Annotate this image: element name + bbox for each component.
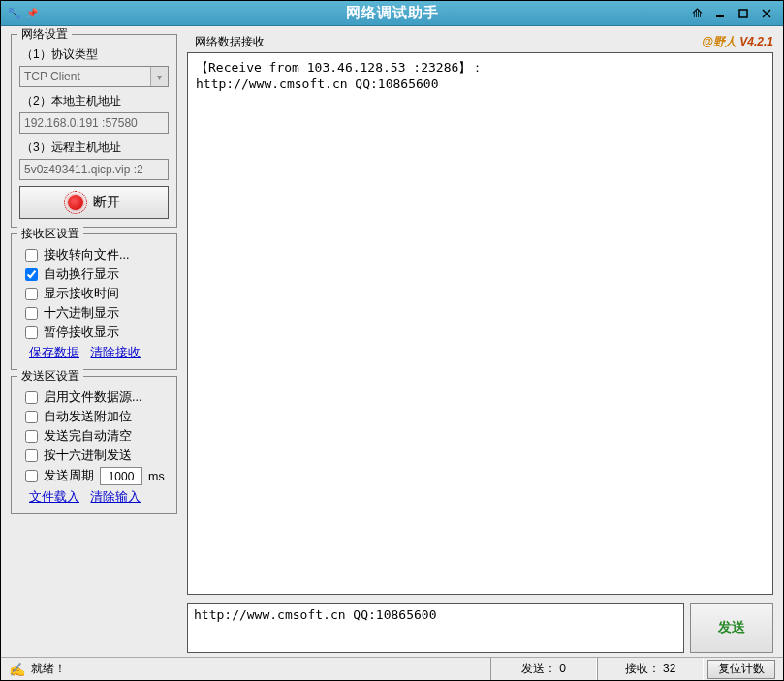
recv-label: 接收： <box>625 662 660 675</box>
recv-to-file-label: 接收转向文件... <box>44 247 129 263</box>
recv-textarea[interactable]: 【Receive from 103.46.128.53 :23286】： htt… <box>187 52 773 595</box>
chevron-down-icon: ▾ <box>150 67 168 86</box>
send-period-row[interactable]: 发送周期 ms <box>25 467 169 485</box>
hex-send-checkbox[interactable] <box>25 449 38 462</box>
auto-append-label: 自动发送附加位 <box>44 409 132 425</box>
pause-recv-checkbox[interactable] <box>25 326 38 339</box>
hex-send-row[interactable]: 按十六进制发送 <box>25 448 169 464</box>
protocol-select[interactable] <box>19 66 169 87</box>
recv-value: 32 <box>663 662 675 675</box>
disconnect-icon <box>68 195 83 210</box>
recv-links: 保存数据 清除接收 <box>29 345 169 361</box>
sidebar: 网络设置 （1）协议类型 ▾ （2）本地主机地址 （3）远程主机地址 断开 <box>11 34 177 653</box>
show-time-label: 显示接收时间 <box>44 286 119 302</box>
app-icon <box>7 6 22 21</box>
auto-wrap-row[interactable]: 自动换行显示 <box>25 266 169 283</box>
send-button[interactable]: 发送 <box>690 603 773 653</box>
svg-rect-1 <box>16 15 20 19</box>
file-source-label: 启用文件数据源... <box>44 389 141 406</box>
auto-clear-checkbox[interactable] <box>25 430 38 443</box>
hex-display-row[interactable]: 十六进制显示 <box>25 305 169 322</box>
send-period-checkbox[interactable] <box>25 470 38 482</box>
status-icon: ✍ <box>9 662 25 677</box>
auto-clear-row[interactable]: 发送完自动清空 <box>25 428 169 445</box>
status-sent: 发送： 0 <box>490 658 597 680</box>
send-settings-title: 发送区设置 <box>17 368 83 385</box>
auto-clear-label: 发送完自动清空 <box>44 428 132 445</box>
send-period-input[interactable] <box>100 467 142 485</box>
sent-label: 发送： <box>521 662 556 675</box>
network-settings-group: 网络设置 （1）协议类型 ▾ （2）本地主机地址 （3）远程主机地址 断开 <box>11 34 177 228</box>
recv-area-title: 网络数据接收 <box>195 34 265 50</box>
hex-display-checkbox[interactable] <box>25 307 38 320</box>
show-time-checkbox[interactable] <box>25 288 38 300</box>
recv-settings-group: 接收区设置 接收转向文件... 自动换行显示 显示接收时间 十六进制显示 <box>11 233 177 370</box>
local-addr-label: （2）本地主机地址 <box>21 93 169 109</box>
version-label: @野人 V4.2.1 <box>702 34 773 50</box>
reset-counter-button[interactable]: 复位计数 <box>707 660 775 679</box>
protocol-label: （1）协议类型 <box>21 46 169 63</box>
window-title: 网络调试助手 <box>1 4 783 22</box>
send-period-label: 发送周期 <box>44 468 94 484</box>
hex-send-label: 按十六进制发送 <box>44 448 132 464</box>
pause-recv-row[interactable]: 暂停接收显示 <box>25 325 169 341</box>
disconnect-label: 断开 <box>93 194 120 211</box>
local-addr-input[interactable] <box>19 112 169 134</box>
auto-wrap-checkbox[interactable] <box>25 268 38 281</box>
send-settings-group: 发送区设置 启用文件数据源... 自动发送附加位 发送完自动清空 按十六进制发送 <box>11 376 177 514</box>
main-header: 网络数据接收 @野人 V4.2.1 <box>187 34 773 52</box>
main-area: 网络数据接收 @野人 V4.2.1 【Receive from 103.46.1… <box>187 34 773 653</box>
hex-display-label: 十六进制显示 <box>44 305 119 322</box>
titlebar[interactable]: 📌 网络调试助手 ⟰ <box>1 1 783 26</box>
auto-append-row[interactable]: 自动发送附加位 <box>25 409 169 425</box>
send-row: 发送 <box>187 603 773 653</box>
load-file-link[interactable]: 文件载入 <box>29 490 79 504</box>
svg-rect-4 <box>739 10 747 17</box>
status-left: ✍ 就绪！ <box>1 661 490 677</box>
content-area: 网络设置 （1）协议类型 ▾ （2）本地主机地址 （3）远程主机地址 断开 <box>1 26 783 657</box>
maximize-button[interactable] <box>733 5 754 22</box>
disconnect-button[interactable]: 断开 <box>19 186 169 219</box>
remote-addr-label: （3）远程主机地址 <box>21 139 169 156</box>
version-author: @野人 <box>702 35 737 48</box>
auto-append-checkbox[interactable] <box>25 411 38 423</box>
clear-recv-link[interactable]: 清除接收 <box>90 346 141 359</box>
recv-to-file-row[interactable]: 接收转向文件... <box>25 247 169 263</box>
recv-to-file-checkbox[interactable] <box>25 249 38 262</box>
send-links: 文件载入 清除输入 <box>29 489 169 506</box>
recv-settings-title: 接收区设置 <box>17 226 83 242</box>
svg-line-2 <box>14 13 16 15</box>
version-number: V4.2.1 <box>737 35 773 48</box>
save-data-link[interactable]: 保存数据 <box>29 346 79 359</box>
window-controls: ⟰ <box>686 5 783 22</box>
statusbar: ✍ 就绪！ 发送： 0 接收： 32 复位计数 <box>1 657 783 680</box>
svg-rect-0 <box>9 8 14 13</box>
status-ready: 就绪！ <box>31 661 66 677</box>
clear-input-link[interactable]: 清除输入 <box>90 490 141 504</box>
extra-icon[interactable]: ⟰ <box>686 5 707 22</box>
network-settings-title: 网络设置 <box>17 26 72 43</box>
auto-wrap-label: 自动换行显示 <box>44 266 119 283</box>
minimize-button[interactable] <box>709 5 731 22</box>
close-button[interactable] <box>756 5 777 22</box>
show-time-row[interactable]: 显示接收时间 <box>25 286 169 302</box>
send-textarea[interactable] <box>187 603 684 653</box>
app-window: 📌 网络调试助手 ⟰ 网络设置 （1）协议类型 ▾ （2）本地主机地址 （ <box>0 0 784 681</box>
file-source-row[interactable]: 启用文件数据源... <box>25 389 169 406</box>
pause-recv-label: 暂停接收显示 <box>44 325 119 341</box>
file-source-checkbox[interactable] <box>25 391 38 404</box>
sent-value: 0 <box>559 662 566 675</box>
remote-addr-input[interactable] <box>19 159 169 180</box>
status-recv: 接收： 32 <box>597 658 704 680</box>
pin-icon[interactable]: 📌 <box>26 8 38 18</box>
send-period-unit: ms <box>148 470 165 483</box>
